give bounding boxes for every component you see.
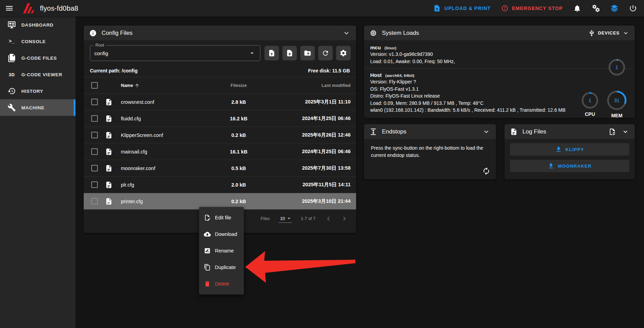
- create-folder-button[interactable]: [300, 46, 315, 60]
- previous-page-icon[interactable]: [324, 215, 333, 223]
- table-row[interactable]: moonraker.conf 0.5 kB 2025年7月30日 13:58: [84, 160, 356, 176]
- pagination-range: 1-7 of 7: [301, 216, 315, 221]
- rename-box-icon: [204, 247, 211, 254]
- menu-item-duplicate[interactable]: Duplicate: [199, 259, 244, 276]
- download-icon: [555, 146, 562, 153]
- file-name: printer.cfg: [121, 199, 209, 204]
- current-path: Current path: /config: [90, 68, 137, 73]
- devices-button[interactable]: DEVICES: [588, 30, 629, 37]
- file-context-menu: Edit file Download Rename Duplicate Dele…: [199, 207, 244, 295]
- column-last-modified[interactable]: Last modified: [268, 83, 351, 88]
- endstops-message: Press the sync-button on the right-botto…: [371, 145, 485, 159]
- sidebar-item-dashboard[interactable]: DASHBOARD: [0, 17, 75, 33]
- hamburger-menu-icon[interactable]: [5, 4, 14, 13]
- column-filesize[interactable]: Filesize: [209, 83, 268, 88]
- per-page-select[interactable]: 10: [279, 215, 292, 223]
- topbar-actions: UPLOAD & PRINT EMERGENCY STOP: [433, 4, 644, 12]
- row-checkbox[interactable]: [91, 115, 98, 122]
- next-page-icon[interactable]: [340, 215, 349, 223]
- file-sync-icon[interactable]: [609, 128, 616, 136]
- file-upload-icon: [268, 49, 276, 57]
- layers-update-icon[interactable]: [610, 4, 619, 12]
- context-menu-label: Duplicate: [215, 265, 236, 270]
- file-document-icon: [105, 131, 113, 139]
- file-modified: 2024年1月25日 06:46: [268, 148, 351, 155]
- column-name[interactable]: Name: [121, 83, 209, 88]
- cloud-download-icon: [204, 231, 211, 238]
- download-klippy-button[interactable]: KLIPPY: [510, 143, 629, 156]
- table-row[interactable]: fluidd.cfg 16.2 kB 2024年1月25日 06:46: [84, 110, 356, 127]
- menu-item-rename[interactable]: Rename: [199, 242, 244, 259]
- sidebar-item-label: CONSOLE: [21, 39, 46, 44]
- file-name: crowsnest.conf: [121, 99, 209, 105]
- sidebar-item-gcode-viewer[interactable]: 3D G-CODE VIEWER: [0, 66, 75, 83]
- upload-file-button[interactable]: [264, 46, 279, 60]
- log-button-label: KLIPPY: [565, 147, 584, 152]
- collapse-chevron-icon[interactable]: [342, 29, 351, 37]
- toolbar-buttons: [264, 46, 351, 60]
- file-size: 16.2 kB: [209, 116, 268, 121]
- download-moonraker-button[interactable]: MOONRAKER: [510, 160, 629, 172]
- context-menu-label: Edit file: [215, 215, 231, 220]
- file-name: plr.cfg: [121, 182, 209, 188]
- context-menu-label: Delete: [215, 281, 229, 287]
- chevron-down-icon: [622, 30, 629, 37]
- row-checkbox[interactable]: [91, 132, 98, 138]
- collapse-chevron-icon[interactable]: [622, 128, 629, 136]
- row-checkbox[interactable]: [91, 181, 98, 188]
- table-row[interactable]: plr.cfg 2.0 kB 2025年11月5日 14:11: [84, 176, 356, 193]
- path-row: Current path: /config Free disk: 11.5 GB: [84, 64, 356, 77]
- notifications-bell-icon[interactable]: [573, 4, 581, 12]
- settings-gears-icon[interactable]: [592, 4, 600, 12]
- sync-icon[interactable]: [482, 167, 490, 175]
- file-name: KlipperScreen.conf: [121, 132, 209, 138]
- menu-item-delete[interactable]: Delete: [199, 276, 244, 292]
- settings-button[interactable]: [336, 46, 351, 60]
- mcu-meta: (linux): [384, 46, 396, 50]
- sidebar-item-label: MACHINE: [21, 105, 44, 110]
- file-size: 0.2 kB: [209, 132, 268, 138]
- usb-icon: [588, 30, 595, 37]
- row-checkbox[interactable]: [91, 148, 98, 155]
- system-loads-body: mcu (linux) Version: v1.3.0-ga98c9d7390L…: [364, 40, 635, 119]
- collapse-chevron-icon[interactable]: [482, 128, 490, 136]
- sidebar-item-console[interactable]: >_ CONSOLE: [0, 33, 75, 50]
- history-icon: [8, 87, 16, 95]
- free-disk: Free disk: 11.5 GB: [308, 68, 350, 73]
- row-checkbox[interactable]: [91, 99, 98, 105]
- file-document-icon: [105, 115, 113, 122]
- mcu-block: mcu (linux) Version: v1.3.0-ga98c9d7390L…: [370, 44, 629, 65]
- emergency-stop-button[interactable]: EMERGENCY STOP: [501, 4, 563, 12]
- upload-and-print-button[interactable]: UPLOAD & PRINT: [433, 4, 490, 12]
- table-row[interactable]: KlipperScreen.conf 0.2 kB 2025年6月26日 12:…: [84, 127, 356, 143]
- select-caret-icon: [248, 49, 256, 57]
- menu-item-download[interactable]: Download: [199, 226, 244, 242]
- sidebar-item-label: G-CODE VIEWER: [21, 72, 62, 77]
- info-icon: [89, 29, 97, 37]
- divider: [364, 68, 635, 69]
- select-all-checkbox[interactable]: [91, 82, 98, 89]
- trash-icon: [204, 280, 211, 287]
- file-modified: 2025年11月5日 14:11: [268, 181, 351, 188]
- root-select[interactable]: Root config: [90, 45, 260, 61]
- system-loads-title: System Loads: [382, 30, 419, 37]
- create-file-button[interactable]: [282, 46, 297, 60]
- sidebar-item-machine[interactable]: MACHINE: [0, 99, 75, 116]
- table-row[interactable]: crowsnest.conf 2.8 kB 2025年3月1日 11:10: [84, 93, 356, 110]
- sidebar-item-history[interactable]: HISTORY: [0, 83, 75, 99]
- sidebar-item-gcode-files[interactable]: G-CODE FILES: [0, 50, 75, 66]
- refresh-button[interactable]: [318, 46, 333, 60]
- power-icon[interactable]: [629, 4, 637, 12]
- cog-icon: [340, 49, 347, 57]
- host-name: Host: [370, 72, 382, 78]
- file-document-icon: [105, 148, 113, 156]
- log-files-panel: Log Files KLIPPY MOONRAKER: [505, 124, 635, 179]
- menu-item-edit-file[interactable]: Edit file: [199, 209, 244, 226]
- table-row[interactable]: mainsail.cfg 16.1 kB 2024年1月25日 06:46: [84, 143, 356, 160]
- log-files-title: Log Files: [522, 128, 546, 135]
- row-checkbox[interactable]: [91, 198, 98, 205]
- mcu-info-line: Load: 0.01, Awake: 0.00, Freq: 50 MHz,: [370, 58, 629, 65]
- file-name: fluidd.cfg: [121, 116, 209, 121]
- row-checkbox[interactable]: [91, 165, 98, 171]
- refresh-icon: [322, 49, 329, 57]
